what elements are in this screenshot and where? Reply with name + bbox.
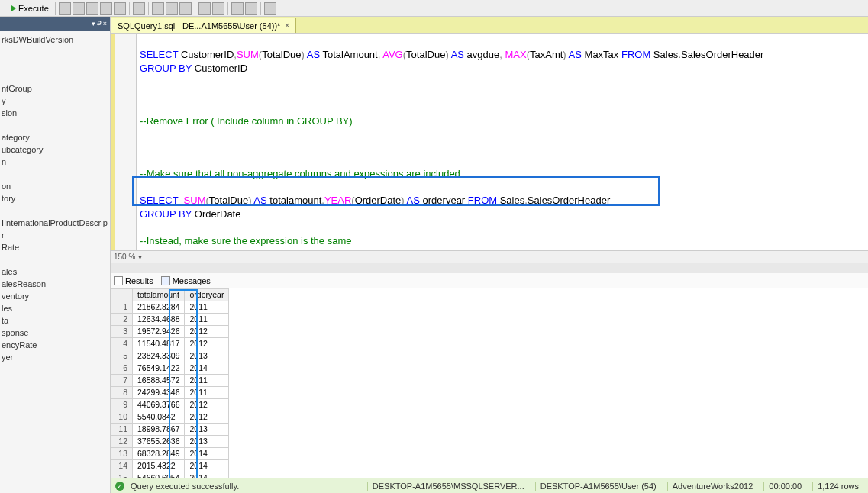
table-row[interactable]: 121862.82842011 [111, 301, 229, 314]
tree-item[interactable]: on [2, 180, 108, 192]
tree-item[interactable]: tory [2, 192, 108, 205]
table-row[interactable]: 716588.45722011 [111, 375, 229, 387]
col-header[interactable]: totalamount [133, 289, 185, 301]
cell: 9 [111, 399, 133, 411]
cell: 44069.3766 [133, 399, 185, 411]
tree-item[interactable] [2, 205, 108, 217]
editor-area: SQLQuery1.sql - DE...A1M5655\User (54))*… [111, 17, 868, 493]
cell: 2014 [185, 448, 229, 460]
table-row[interactable]: 411540.48172012 [111, 338, 229, 350]
cell: 8 [111, 387, 133, 399]
tree-item[interactable]: ta [2, 314, 108, 327]
parse-icon[interactable] [86, 2, 98, 14]
table-row[interactable]: 212634.46882011 [111, 314, 229, 326]
tree-item[interactable]: ventory [2, 290, 108, 302]
editor-hscroll[interactable] [111, 263, 868, 273]
cell: 2014 [185, 460, 229, 472]
cell: 2 [111, 314, 133, 326]
cell: 7 [111, 375, 133, 387]
pin-icon[interactable]: ▾ [92, 20, 95, 27]
tree-item[interactable]: ategory [2, 131, 108, 143]
tree-item[interactable]: sion [2, 107, 108, 119]
table-row[interactable]: 1237655.26362013 [111, 436, 229, 448]
cell: 2011 [185, 301, 229, 314]
stats-icon[interactable] [114, 2, 126, 14]
table-row[interactable]: 142015.43222014 [111, 460, 229, 472]
status-time: 00:00:00 [763, 482, 806, 491]
tree-item[interactable] [2, 58, 108, 70]
cell: 11540.4817 [133, 338, 185, 350]
tree-item[interactable]: n [2, 156, 108, 168]
tree-item[interactable] [2, 253, 108, 266]
indent-icon[interactable] [231, 2, 244, 14]
cell: 2014 [185, 362, 229, 375]
tree-item[interactable]: les [2, 302, 108, 314]
status-user: DESKTOP-A1M5655\User (54) [535, 482, 661, 491]
tree-item[interactable]: Rate [2, 241, 108, 253]
tool-icon[interactable] [133, 2, 145, 14]
table-row[interactable]: 1118998.78672013 [111, 424, 229, 436]
messages-icon [161, 276, 170, 285]
doc-tab-sqlquery1[interactable]: SQLQuery1.sql - DE...A1M5655\User (54))*… [111, 18, 296, 33]
tree-item[interactable]: rksDWBuildVersion [2, 34, 108, 46]
col-header[interactable] [111, 289, 133, 301]
table-row[interactable]: 523824.33092013 [111, 350, 229, 362]
tree-item[interactable] [2, 168, 108, 180]
col-header[interactable]: orderyear [185, 289, 229, 301]
stop-icon[interactable] [73, 2, 85, 14]
cell: 76549.1422 [133, 362, 185, 375]
editor-gutter [111, 34, 137, 250]
results-grid-wrap[interactable]: totalamountorderyear 121862.828420112126… [111, 288, 868, 493]
tree-item[interactable]: alesReason [2, 278, 108, 290]
execute-label: Execute [18, 4, 49, 13]
table-row[interactable]: 824299.43462011 [111, 387, 229, 399]
table-row[interactable]: 944069.37662012 [111, 399, 229, 411]
cell: 68328.2849 [133, 448, 185, 460]
tree-item[interactable]: ntGroup [2, 82, 108, 95]
x-panel-icon[interactable]: × [103, 20, 107, 27]
status-message: Query executed successfully. [131, 482, 239, 491]
file-icon[interactable] [179, 2, 192, 14]
tree-item[interactable]: sponse [2, 327, 108, 339]
status-server: DESKTOP-A1M5655\MSSQLSERVER... [367, 482, 529, 491]
cell: 2013 [185, 424, 229, 436]
debug-icon[interactable] [59, 2, 71, 14]
panel-header: ▾ ₽ × [0, 17, 110, 31]
text-icon[interactable] [166, 2, 178, 14]
zoom-indicator[interactable]: 150 %▾ [111, 250, 868, 263]
sql-editor[interactable]: SELECT CustomerID,SUM(TotalDue) AS Total… [137, 34, 868, 250]
tab-messages[interactable]: Messages [161, 276, 211, 285]
tree-item[interactable]: r [2, 229, 108, 241]
table-row[interactable]: 319572.94262012 [111, 326, 229, 338]
cell: 23824.3309 [133, 350, 185, 362]
cell: 19572.9426 [133, 326, 185, 338]
cell: 12634.4688 [133, 314, 185, 326]
execute-button[interactable]: Execute [8, 3, 52, 14]
tree-item[interactable]: ales [2, 266, 108, 278]
cell: 10 [111, 411, 133, 424]
close-tab-icon[interactable]: × [285, 21, 289, 30]
close-panel-icon[interactable]: ₽ [97, 20, 102, 27]
object-tree[interactable]: rksDWBuildVersion ntGroupysion ategoryub… [0, 31, 110, 493]
cell: 6 [111, 362, 133, 375]
tree-item[interactable] [2, 46, 108, 58]
tab-results[interactable]: Results [114, 276, 153, 285]
uncomment-icon[interactable] [212, 2, 224, 14]
tree-item[interactable]: yer [2, 351, 108, 363]
misc-icon[interactable] [264, 2, 276, 14]
tree-item[interactable]: ubcategory [2, 143, 108, 156]
tree-item[interactable]: y [2, 95, 108, 107]
success-icon: ✓ [115, 482, 124, 491]
table-row[interactable]: 1368328.28492014 [111, 448, 229, 460]
tree-item[interactable] [2, 119, 108, 131]
tree-item[interactable]: IInternationalProductDescription [2, 217, 108, 229]
tree-item[interactable]: encyRate [2, 339, 108, 351]
tree-item[interactable] [2, 70, 108, 82]
comment-icon[interactable] [198, 2, 211, 14]
cell: 12 [111, 436, 133, 448]
table-row[interactable]: 105540.08422012 [111, 411, 229, 424]
table-row[interactable]: 676549.14222014 [111, 362, 229, 375]
outdent-icon[interactable] [245, 2, 257, 14]
grid-icon[interactable] [152, 2, 164, 14]
plan-icon[interactable] [100, 2, 112, 14]
